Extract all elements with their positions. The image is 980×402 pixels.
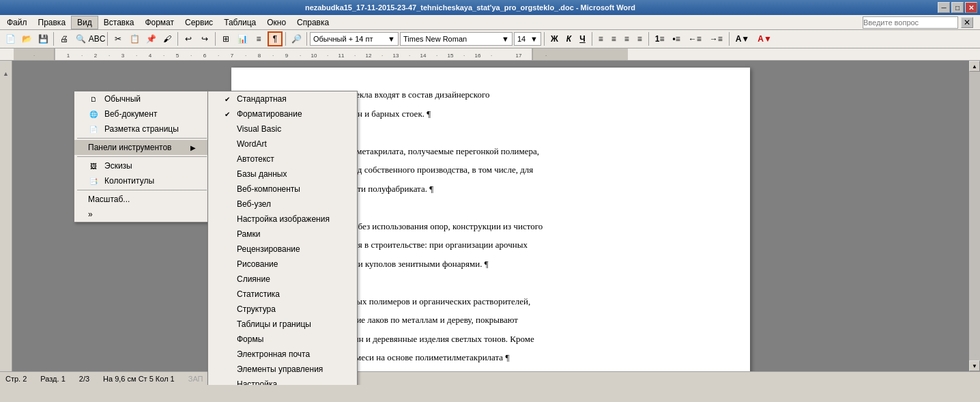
toolbar-imgset-item[interactable]: Настройка изображения <box>208 212 357 227</box>
align-right-button[interactable]: ≡ <box>621 32 633 46</box>
increase-indent-button[interactable]: →≡ <box>706 32 726 46</box>
toolbar-webnode-item[interactable]: Веб-узел <box>208 197 357 212</box>
print-button[interactable]: 🖨 <box>57 31 72 46</box>
bullets-button[interactable]: •≡ <box>669 32 683 46</box>
italic-button[interactable]: К <box>563 32 575 46</box>
status-page-of: 2/3 <box>79 375 89 383</box>
svg-text:16: 16 <box>475 53 481 59</box>
underline-button[interactable]: Ч <box>576 32 588 46</box>
sep10 <box>729 32 730 46</box>
columns-button[interactable]: ≡ <box>251 31 266 46</box>
scroll-track[interactable] <box>969 72 980 360</box>
cut-button[interactable]: ✂ <box>111 31 126 46</box>
toolbar-imgset-label: Настройка изображения <box>237 214 330 224</box>
view-headers-item[interactable]: 📑 Колонтитулы <box>74 173 210 188</box>
insert-table-button[interactable]: ⊞ <box>218 31 233 46</box>
status-page: Стр. 2 <box>5 375 27 383</box>
decrease-indent-button[interactable]: ←≡ <box>685 32 705 46</box>
toolbar-merge-label: Слияние <box>237 274 270 284</box>
toolbar-customize-item[interactable]: Настройка... <box>208 377 357 385</box>
redo-button[interactable]: ↪ <box>197 31 212 46</box>
toolbar-merge-item[interactable]: Слияние <box>208 272 357 287</box>
svg-text:·: · <box>81 53 83 59</box>
insert-excel-button[interactable]: 📊 <box>235 31 250 46</box>
spellcheck-button[interactable]: ABC <box>89 31 104 46</box>
menu-table[interactable]: Таблица <box>218 16 261 29</box>
menu-format[interactable]: Формат <box>139 16 179 29</box>
formatting-check-icon: ✔ <box>222 111 233 118</box>
toolbar-formatting-item[interactable]: ✔ Форматирование <box>208 106 357 121</box>
toolbar-tables-item[interactable]: Таблицы и границы <box>208 317 357 332</box>
menu-view[interactable]: Вид <box>71 16 98 29</box>
toolbar-drawing-item[interactable]: Рисование <box>208 257 357 272</box>
font-name-input[interactable]: Times New Roman ▼ <box>400 32 513 46</box>
menu-edit[interactable]: Правка <box>33 16 72 29</box>
format-painter-button[interactable]: 🖌 <box>160 31 175 46</box>
toolbar-frames-item[interactable]: Рамки <box>208 227 357 242</box>
svg-text:1: 1 <box>67 53 70 59</box>
menu-insert[interactable]: Вставка <box>98 16 140 29</box>
align-center-button[interactable]: ≡ <box>608 32 620 46</box>
view-sketches-item[interactable]: 🖼 Эскизы <box>74 158 210 173</box>
sep4 <box>215 32 216 46</box>
align-justify-button[interactable]: ≡ <box>634 32 646 46</box>
font-size-input[interactable]: 14 ▼ <box>514 32 541 46</box>
toolbar-email-item[interactable]: Электронная почта <box>208 347 357 362</box>
copy-button[interactable]: 📋 <box>127 31 142 46</box>
view-page-item[interactable]: 📄 Разметка страницы <box>74 121 210 137</box>
view-normal-item[interactable]: 🗋 Обычный <box>74 91 210 106</box>
view-more-item[interactable]: » <box>74 207 210 222</box>
menu-file[interactable]: Файл <box>1 16 33 29</box>
paste-button[interactable]: 📌 <box>143 31 158 46</box>
toolbar-review-item[interactable]: Рецензирование <box>208 242 357 257</box>
scroll-up-button[interactable]: ▲ <box>969 61 980 72</box>
numbering-button[interactable]: 1≡ <box>652 32 668 46</box>
left-panel: ▲ <box>0 61 12 371</box>
save-button[interactable]: 💾 <box>35 31 51 46</box>
help-close-button[interactable]: ✕ <box>961 17 973 28</box>
toolbar-autotext-item[interactable]: Автотекст <box>208 152 357 167</box>
toolbar-stats-item[interactable]: Статистика <box>208 287 357 302</box>
undo-button[interactable]: ↩ <box>181 31 196 46</box>
close-button[interactable]: ✕ <box>965 2 977 13</box>
view-web-item[interactable]: 🌐 Веб-документ <box>74 106 210 121</box>
toolbar-databases-item[interactable]: Базы данных <box>208 167 357 182</box>
menu-service[interactable]: Сервис <box>179 16 218 29</box>
preview-button[interactable]: 🔍 <box>73 31 88 46</box>
bold-button[interactable]: Ж <box>547 32 562 46</box>
toolbar-email-label: Электронная почта <box>237 349 310 359</box>
restore-button[interactable]: □ <box>951 2 964 13</box>
align-left-button[interactable]: ≡ <box>595 32 607 46</box>
toolbar-controls-item[interactable]: Элементы управления <box>208 362 357 377</box>
main-area: ▲ фасада. Акриловые стекла входят в сост… <box>0 61 980 371</box>
headers-icon: 📑 <box>88 175 99 186</box>
style-dropdown[interactable]: Обычный + 14 пт ▼ <box>310 32 399 46</box>
svg-text:·: · <box>272 53 274 59</box>
sep5 <box>285 32 286 46</box>
view-scale-item[interactable]: Масштаб... <box>74 192 210 207</box>
toolbar-vba-item[interactable]: Visual Basic <box>208 121 357 137</box>
toolbar-webcomp-item[interactable]: Веб-компоненты <box>208 182 357 197</box>
toolbar-standard-item[interactable]: ✔ Стандартная <box>208 91 357 106</box>
ruler-svg: · 1 · 2 · 3 · 4 · 5 · 6 · 7 · 8 · 9 · 10… <box>14 48 628 61</box>
window-title: nezabudka15_17-11-2015-23-47_tehnicheska… <box>3 3 938 12</box>
toolbar-structure-item[interactable]: Структура <box>208 302 357 317</box>
menu-help[interactable]: Справка <box>291 16 334 29</box>
toolbar-wordart-item[interactable]: WordArt <box>208 137 357 152</box>
toolbar-forms-item[interactable]: Формы <box>208 332 357 347</box>
open-button[interactable]: 📂 <box>19 31 34 46</box>
toolbars-item[interactable]: Панели инструментов ▶ <box>74 140 210 155</box>
help-search-input[interactable] <box>863 16 958 29</box>
sep8 <box>592 32 592 46</box>
scroll-down-button[interactable]: ▼ <box>969 360 980 371</box>
font-color-button[interactable]: A▼ <box>754 32 775 46</box>
zoom-out-button[interactable]: 🔎 <box>289 31 304 46</box>
new-button[interactable]: 📄 <box>3 31 18 46</box>
menu-window[interactable]: Окно <box>261 16 291 29</box>
svg-text:·: · <box>300 53 301 59</box>
minimize-button[interactable]: ─ <box>938 2 950 13</box>
show-formatting-button[interactable]: ¶ <box>268 31 283 46</box>
svg-text:6: 6 <box>203 53 207 59</box>
svg-text:9: 9 <box>285 53 289 59</box>
highlight-button[interactable]: A▼ <box>732 32 753 46</box>
